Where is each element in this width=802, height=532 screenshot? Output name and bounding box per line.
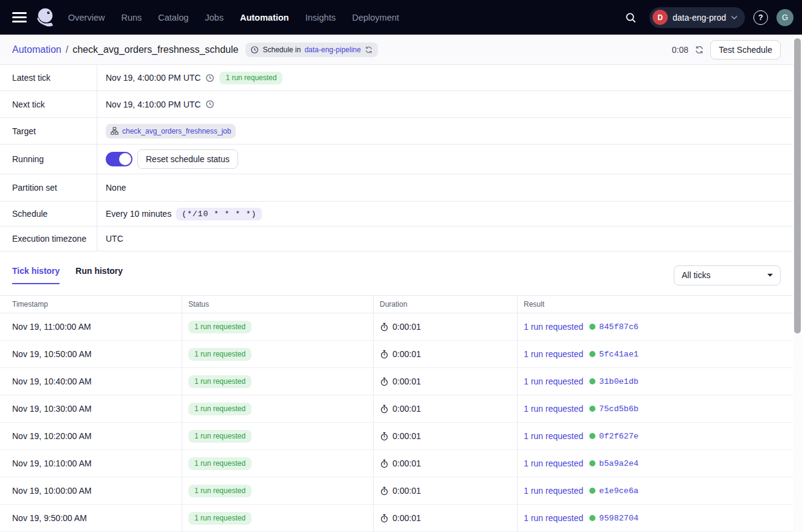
run-status-dot: [589, 378, 595, 384]
table-header-row: Timestamp Status Duration Result: [0, 296, 793, 313]
col-header-result: Result: [517, 296, 793, 313]
run-status-dot: [589, 324, 595, 330]
menu-icon[interactable]: [12, 12, 27, 22]
tick-status-badge: 1 run requested: [188, 375, 252, 388]
col-header-timestamp: Timestamp: [0, 296, 182, 313]
tick-timestamp: Nov 19, 10:50:00 AM: [0, 341, 182, 367]
tick-duration-value: 0:00:01: [392, 486, 421, 496]
user-avatar[interactable]: G: [776, 9, 793, 26]
run-status-dot: [589, 433, 595, 439]
tab-tick-history[interactable]: Tick history: [12, 266, 60, 284]
tick-duration-value: 0:00:01: [392, 431, 421, 441]
run-id-link[interactable]: 5fc41ae1: [599, 350, 639, 359]
tick-filter-select[interactable]: All ticks: [674, 265, 781, 285]
running-toggle[interactable]: [106, 152, 132, 166]
tick-result-link[interactable]: 1 run requested: [524, 513, 583, 523]
tick-duration-value: 0:00:01: [392, 459, 421, 468]
tick-duration-value: 0:00:01: [392, 322, 421, 332]
clock-icon: [250, 46, 259, 54]
nav-item-catalog[interactable]: Catalog: [158, 13, 188, 22]
run-status-dot: [589, 351, 595, 357]
detail-row-running: Running Reset schedule status: [0, 145, 793, 174]
detail-row-next-tick: Next tick Nov 19, 4:10:00 PM UTC: [0, 91, 793, 118]
tick-history-table: Timestamp Status Duration Result Nov 19,…: [0, 295, 793, 532]
help-icon[interactable]: ?: [753, 10, 768, 25]
search-icon[interactable]: [620, 7, 641, 28]
dagster-logo-icon[interactable]: [34, 6, 57, 29]
table-row: Nov 19, 10:10:00 AM 1 run requested 0:00…: [0, 450, 793, 477]
stopwatch-icon: [380, 514, 389, 523]
table-row: Nov 19, 10:00:00 AM 1 run requested 0:00…: [0, 477, 793, 505]
deployment-initial-badge: D: [653, 10, 668, 25]
stopwatch-icon: [380, 486, 389, 496]
table-row: Nov 19, 9:50:00 AM 1 run requested 0:00:…: [0, 505, 793, 532]
col-header-status: Status: [182, 296, 373, 313]
target-job-link[interactable]: check_avg_orders_freshness_job: [122, 127, 231, 135]
run-id-link[interactable]: b5a9a2e4: [599, 459, 639, 468]
nav-item-automation[interactable]: Automation: [240, 13, 289, 22]
timezone-label: Execution timezone: [0, 227, 97, 251]
reload-icon[interactable]: [365, 46, 373, 54]
nav-item-runs[interactable]: Runs: [121, 13, 142, 22]
run-id-link[interactable]: 845f87c6: [599, 322, 639, 332]
schedule-location-badge: Schedule in data-eng-pipeline: [245, 43, 377, 57]
table-row: Nov 19, 10:40:00 AM 1 run requested 0:00…: [0, 368, 793, 395]
tick-timestamp: Nov 19, 10:00:00 AM: [0, 477, 182, 504]
run-status-dot: [589, 406, 595, 412]
run-id-link[interactable]: 0f2f627e: [599, 432, 639, 441]
tick-status-badge: 1 run requested: [188, 457, 252, 470]
target-label: Target: [0, 118, 97, 144]
stopwatch-icon: [380, 459, 389, 468]
run-id-link[interactable]: 75cd5b6b: [599, 404, 639, 414]
refresh-icon[interactable]: [694, 45, 704, 55]
col-header-duration: Duration: [373, 296, 517, 313]
stopwatch-icon: [380, 432, 389, 441]
history-tabs-row: Tick history Run history All ticks: [0, 251, 793, 295]
job-icon: [111, 127, 118, 135]
refresh-countdown: 0:08: [672, 45, 688, 55]
tick-timestamp: Nov 19, 10:20:00 AM: [0, 423, 182, 449]
tick-timestamp: Nov 19, 10:10:00 AM: [0, 450, 182, 477]
caret-down-icon: [767, 273, 773, 277]
main-nav: Overview Runs Catalog Jobs Automation In…: [68, 13, 399, 22]
page-header: Automation / check_avg_orders_freshness_…: [0, 35, 793, 65]
table-row: Nov 19, 10:50:00 AM 1 run requested 0:00…: [0, 341, 793, 368]
tick-filter-value: All ticks: [682, 270, 710, 280]
run-status-dot: [589, 515, 595, 521]
tick-duration-value: 0:00:01: [392, 377, 421, 386]
cron-expression: (*/10 * * * *): [176, 208, 262, 220]
schedule-details: Latest tick Nov 19, 4:00:00 PM UTC 1 run…: [0, 65, 793, 251]
nav-item-insights[interactable]: Insights: [305, 13, 335, 22]
run-id-link[interactable]: 31b0e1db: [599, 377, 639, 386]
detail-row-partition-set: Partition set None: [0, 174, 793, 202]
tick-result-link[interactable]: 1 run requested: [524, 486, 583, 496]
stopwatch-icon: [380, 404, 389, 414]
nav-item-jobs[interactable]: Jobs: [205, 13, 224, 22]
stopwatch-icon: [380, 377, 389, 386]
run-id-link[interactable]: e1e9ce6a: [599, 486, 639, 496]
breadcrumb-separator: /: [66, 44, 68, 55]
tick-result-link[interactable]: 1 run requested: [524, 431, 583, 441]
breadcrumb-automation-link[interactable]: Automation: [12, 44, 61, 55]
tick-status-badge: 1 run requested: [188, 485, 252, 497]
tick-result-link[interactable]: 1 run requested: [524, 404, 583, 414]
timezone-value: UTC: [106, 234, 123, 244]
tick-result-link[interactable]: 1 run requested: [524, 377, 583, 386]
schedule-value: Every 10 minutes: [106, 209, 171, 219]
run-id-link[interactable]: 95982704: [599, 514, 639, 523]
test-schedule-button[interactable]: Test Schedule: [710, 40, 781, 60]
nav-item-overview[interactable]: Overview: [68, 13, 105, 22]
reset-schedule-status-button[interactable]: Reset schedule status: [137, 149, 238, 169]
pipeline-link[interactable]: data-eng-pipeline: [304, 46, 361, 54]
nav-item-deployment[interactable]: Deployment: [352, 13, 399, 22]
tab-run-history[interactable]: Run history: [75, 266, 123, 284]
tick-result-link[interactable]: 1 run requested: [524, 459, 583, 468]
latest-tick-label: Latest tick: [0, 65, 97, 90]
table-row: Nov 19, 10:20:00 AM 1 run requested 0:00…: [0, 423, 793, 450]
tick-status-badge: 1 run requested: [188, 348, 252, 361]
scrollbar-thumb[interactable]: [794, 38, 801, 333]
vertical-scrollbar[interactable]: [793, 35, 802, 532]
deployment-switcher[interactable]: D data-eng-prod: [649, 7, 745, 28]
tick-result-link[interactable]: 1 run requested: [524, 349, 583, 359]
tick-result-link[interactable]: 1 run requested: [524, 322, 583, 332]
